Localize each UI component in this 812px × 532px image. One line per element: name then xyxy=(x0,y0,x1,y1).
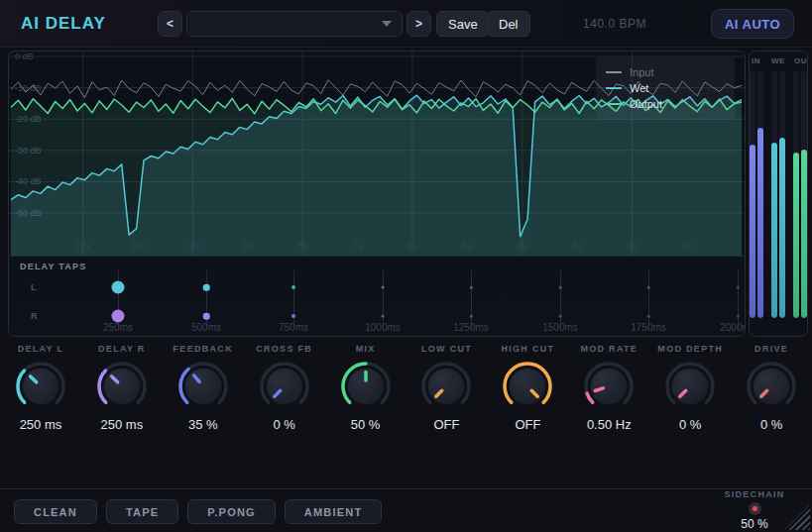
tap-dot-left[interactable] xyxy=(470,286,473,289)
tap-grid-line xyxy=(471,270,472,328)
tap-dot-right[interactable] xyxy=(647,315,650,318)
legend-item: Output xyxy=(606,96,725,112)
knob-control[interactable] xyxy=(257,359,312,414)
knob-cross-fb: CROSS FB0 % xyxy=(244,337,325,451)
knob-control[interactable] xyxy=(744,359,799,414)
knob-value: OFF xyxy=(433,417,459,432)
tap-dot-right[interactable] xyxy=(203,313,210,320)
knob-control[interactable] xyxy=(418,359,474,414)
x-axis-label: 5s xyxy=(462,241,473,252)
legend-swatch-wet xyxy=(606,87,622,89)
tap-dot-right[interactable] xyxy=(737,315,740,318)
knob-delay-l: DELAY L250 ms xyxy=(0,337,81,451)
x-axis-label: 4s xyxy=(518,241,528,252)
knob-high-cut: HIGH CUTOFF xyxy=(487,337,568,451)
meter-group-in xyxy=(750,70,763,320)
scope-panel: 0 dB-10 dB-20 dB-30 dB-40 dB-50 dB12s11s… xyxy=(8,51,746,337)
tap-dot-right[interactable] xyxy=(559,315,562,318)
tap-grid-line xyxy=(293,270,294,328)
tap-dot-left[interactable] xyxy=(112,281,125,294)
knob-control[interactable] xyxy=(662,359,718,414)
knob-control[interactable] xyxy=(175,359,231,414)
y-axis-label: 0 dB xyxy=(15,52,34,61)
knob-control[interactable] xyxy=(94,359,150,414)
knob-control[interactable] xyxy=(13,359,68,414)
tap-dot-left[interactable] xyxy=(647,286,650,289)
mode-button-p-pong[interactable]: P.PONG xyxy=(187,499,276,524)
x-axis-label: 8s xyxy=(297,241,308,252)
knob-mod-depth: MOD DEPTH0 % xyxy=(649,337,731,451)
tap-dot-right[interactable] xyxy=(291,314,295,318)
knob-label: FEEDBACK xyxy=(174,344,233,354)
knob-value: 0 % xyxy=(760,417,782,432)
delete-button[interactable]: Del xyxy=(487,11,530,37)
x-axis-label: 2s xyxy=(627,241,638,252)
chevron-down-icon xyxy=(382,21,392,27)
tap-dot-left[interactable] xyxy=(559,286,562,289)
x-axis-label: 10s xyxy=(184,241,200,252)
legend-swatch-input xyxy=(606,71,622,73)
knob-value: OFF xyxy=(515,417,540,432)
knob-value: 35 % xyxy=(188,417,218,432)
knob-mod-rate: MOD RATE0.50 Hz xyxy=(568,337,649,451)
mode-button-clean[interactable]: CLEAN xyxy=(14,499,97,524)
tap-ms-label: 500ms xyxy=(191,322,221,333)
x-axis-label: 11s xyxy=(130,241,145,252)
meter-fill xyxy=(779,138,785,319)
ai-auto-button[interactable]: AI AUTO xyxy=(711,9,794,39)
sidechain-knob[interactable] xyxy=(749,502,761,515)
meter-track xyxy=(801,70,807,318)
knob-value: 250 ms xyxy=(101,417,144,432)
meter-label-we: WE xyxy=(771,56,785,65)
tap-ms-label: 250ms xyxy=(103,322,133,333)
knob-label: MOD RATE xyxy=(580,344,638,354)
knob-low-cut: LOW CUTOFF xyxy=(406,337,488,451)
tap-ms-label: 750ms xyxy=(279,322,308,333)
preset-next-button[interactable]: > xyxy=(406,11,431,37)
tap-dot-right[interactable] xyxy=(112,310,125,323)
knob-value: 0 % xyxy=(273,417,294,432)
meter-track xyxy=(771,70,777,318)
tap-dot-left[interactable] xyxy=(291,285,295,289)
x-axis-label: 9s xyxy=(243,241,254,252)
knob-control[interactable] xyxy=(500,359,555,414)
knob-label: CROSS FB xyxy=(256,344,312,354)
scope-legend: InputWetOutput xyxy=(596,57,735,120)
meter-fill xyxy=(750,145,755,318)
footer-divider xyxy=(0,488,812,489)
tap-dot-right[interactable] xyxy=(470,315,473,318)
save-button[interactable]: Save xyxy=(436,11,490,37)
meter-fill xyxy=(793,153,799,319)
meter-label-in: IN xyxy=(750,56,762,65)
x-axis-label: 3s xyxy=(572,241,583,252)
legend-label: Input xyxy=(630,66,653,78)
knob-label: DRIVE xyxy=(754,344,788,354)
tap-dot-right[interactable] xyxy=(382,315,385,318)
meter-fill xyxy=(771,143,777,319)
meter-track xyxy=(757,70,763,318)
knob-control[interactable] xyxy=(581,359,637,414)
meter-track xyxy=(750,70,755,318)
preset-prev-button[interactable]: < xyxy=(158,11,182,37)
meter-panel: INWEOU xyxy=(749,51,808,337)
tap-ms-label: 1250ms xyxy=(453,322,489,333)
knob-control[interactable] xyxy=(338,359,394,414)
bpm-readout: 140.0 BPM xyxy=(555,17,674,31)
tap-ms-label: 1750ms xyxy=(631,322,666,333)
mode-button-group: CLEANTAPEP.PONGAMBIENT xyxy=(14,499,382,524)
preset-dropdown[interactable] xyxy=(186,11,403,37)
knob-delay-r: DELAY R250 ms xyxy=(81,337,163,451)
tap-dot-left[interactable] xyxy=(203,284,210,291)
legend-label: Wet xyxy=(630,82,648,94)
x-axis-label: 6s xyxy=(407,241,418,252)
tap-grid-line xyxy=(206,270,207,328)
delay-taps-display[interactable]: DELAY TAPS LR250ms500ms750ms1000ms1250ms… xyxy=(9,256,746,337)
knob-value: 0.50 Hz xyxy=(587,417,632,432)
mode-button-tape[interactable]: TAPE xyxy=(106,499,178,524)
tap-dot-left[interactable] xyxy=(382,286,385,289)
tap-dot-left[interactable] xyxy=(737,286,740,289)
legend-item: Input xyxy=(606,64,725,80)
app-title: AI DELAY xyxy=(21,14,106,34)
knob-value: 50 % xyxy=(351,417,381,432)
mode-button-ambient[interactable]: AMBIENT xyxy=(285,499,383,524)
